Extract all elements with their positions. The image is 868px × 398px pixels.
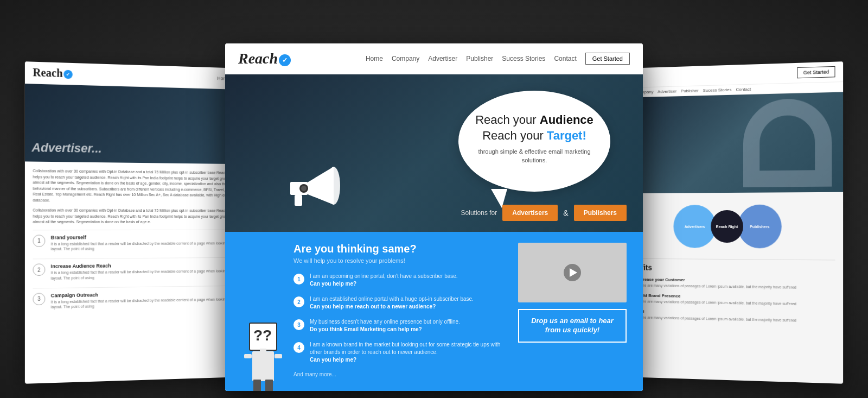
center-logo: Reach✓ [238, 50, 291, 67]
play-button[interactable] [564, 264, 581, 281]
right-nav-publisher[interactable]: Publisher [681, 88, 699, 93]
get-started-button[interactable]: Get Started [585, 53, 630, 65]
qa-num-2: 2 [293, 296, 304, 307]
right-hero [616, 92, 843, 193]
email-cta[interactable]: Drop us an email to hear from us quickly… [518, 309, 627, 343]
blue-heading: Are you thinking same? [293, 243, 507, 255]
solutions-bar: Solutions for Advertisers & Publishers [461, 205, 627, 221]
left-para1: Collaboration with over 30 companies wit… [33, 168, 245, 204]
left-logo-check: ✓ [64, 70, 73, 79]
screenshot-center: Reach✓ Home Company Advertiser Publisher… [225, 43, 643, 391]
left-hero: Advertiser... [25, 84, 252, 164]
list-item: 1 Brand yourself It is a long establishe… [33, 229, 245, 252]
svg-point-4 [301, 186, 307, 191]
center-blue-section: ?? Are you thinking same? We will help y… [225, 232, 643, 391]
right-nav-advertiser[interactable]: Advertiser [658, 89, 676, 94]
left-hero-title: Advertiser... [31, 141, 101, 156]
ampersand: & [563, 209, 568, 217]
center-nav: Home Company Advertiser Publisher Sucess… [366, 53, 630, 65]
qa-num-4: 4 [293, 342, 304, 353]
right-nav-contact[interactable]: Contact [736, 87, 751, 92]
svg-rect-9 [244, 354, 252, 358]
center-hero: Reach your Audience Reach your Target! t… [225, 74, 643, 232]
benefit-text-1: Increase your Customer There are many va… [637, 277, 796, 290]
nav-stories[interactable]: Sucess Stories [502, 55, 545, 62]
left-logo: Reach✓ [33, 66, 73, 80]
right-content: Advertisers Reach Right Publishers Benef… [616, 192, 843, 336]
megaphone-icon [269, 150, 344, 226]
left-para2: Collaboration with over 30 companies wit… [33, 207, 245, 225]
svg-rect-5 [295, 195, 302, 206]
right-divider [623, 258, 835, 261]
left-content: Collaboration with over 30 companies wit… [25, 161, 252, 324]
nav-contact[interactable]: Contact [554, 55, 576, 62]
benefit-item-1: 1 Increase your Customer There are many … [623, 277, 835, 290]
list-num-1: 1 [33, 235, 45, 247]
list-num-3: 3 [33, 293, 45, 305]
nav-home[interactable]: Home [366, 55, 383, 62]
hero-subtitle: through simple & effective email marketi… [475, 148, 594, 165]
blue-qa-section: Are you thinking same? We will help you … [293, 243, 507, 391]
publishers-button[interactable]: Publishers [574, 205, 627, 221]
and-more: And many more... [293, 371, 507, 377]
list-text-3: Campaign Outreach It is a long establish… [51, 290, 245, 310]
blue-subtitle: We will help you to resolve your problem… [293, 257, 507, 264]
screenshot-right: Get Started ome Company Advertiser Publi… [616, 61, 843, 384]
benefit-text-2: Build Brand Presence There are many vari… [637, 293, 796, 307]
venn-publishers: Publishers [738, 205, 782, 249]
question-person: ?? [241, 243, 285, 391]
solutions-label: Solutions for [461, 209, 497, 217]
screenshot-left: Reach✓ Home Co... Advertiser... Collabor… [25, 61, 252, 384]
nav-advertiser[interactable]: Advertiser [428, 55, 457, 62]
qa-num-1: 1 [293, 274, 304, 285]
svg-rect-8 [265, 380, 273, 391]
right-nav-stories[interactable]: Sucess Stories [703, 87, 732, 93]
list-item: 3 Campaign Outreach It is a long establi… [33, 285, 245, 311]
nav-publisher[interactable]: Publisher [466, 55, 493, 62]
venn-center: Reach Right [711, 210, 743, 243]
qa-num-3: 3 [293, 319, 304, 330]
svg-rect-13 [260, 349, 266, 354]
email-cta-text: Drop us an email to hear from us quickly… [526, 317, 619, 335]
svg-rect-7 [253, 380, 261, 391]
advertisers-button[interactable]: Advertisers [502, 205, 558, 221]
benefit-item-3: 3 ROI There are many variations of passa… [623, 309, 835, 324]
speech-bubble: Reach your Audience Reach your Target! t… [458, 91, 610, 192]
list-num-2: 2 [33, 264, 45, 276]
qa-text-3: My business doesn't have any online pres… [310, 318, 460, 333]
qa-text-1: I am an upcoming online portal, don't ha… [310, 273, 458, 288]
benefit-item-2: 2 Build Brand Presence There are many va… [623, 293, 835, 307]
center-header: Reach✓ Home Company Advertiser Publisher… [225, 43, 643, 74]
qa-text-2: I am an established online portal with a… [310, 295, 474, 311]
benefit-text-3: ROI There are many variations of passage… [637, 309, 796, 323]
nav-company[interactable]: Company [392, 55, 419, 62]
venn-advertisers: Advertisers [673, 205, 716, 248]
list-text-1: Brand yourself It is a long established … [51, 234, 245, 252]
svg-rect-6 [252, 351, 274, 381]
qa-text-4: I am a known brand in the market but loo… [310, 341, 507, 364]
qa-item-1: 1 I am an upcoming online portal, don't … [293, 273, 507, 288]
hero-headline: Reach your Audience Reach your Target! [475, 112, 594, 143]
right-get-started-button[interactable]: Get Started [797, 66, 835, 78]
video-placeholder[interactable] [518, 243, 627, 302]
center-logo-check: ✓ [279, 54, 291, 66]
benefits-title: Benefits [623, 263, 835, 274]
list-text-2: Increase Audience Reach It is a long est… [51, 262, 245, 281]
list-item: 2 Increase Audience Reach It is a long e… [33, 257, 245, 281]
svg-text:??: ?? [253, 327, 272, 344]
qa-item-2: 2 I am an established online portal with… [293, 295, 507, 311]
qa-item-3: 3 My business doesn't have any online pr… [293, 318, 507, 333]
venn-diagram: Advertisers Reach Right Publishers [623, 199, 835, 254]
qa-item-4: 4 I am a known brand in the market but l… [293, 341, 507, 364]
blue-right: Drop us an email to hear from us quickly… [518, 243, 627, 391]
svg-point-2 [327, 167, 340, 205]
svg-rect-10 [275, 354, 282, 358]
